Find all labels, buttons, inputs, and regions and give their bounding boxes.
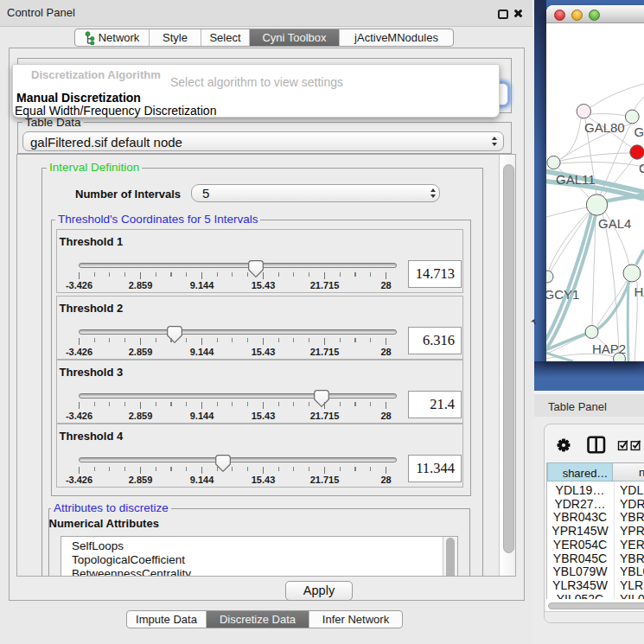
svg-text:GAL11: GAL11 (556, 172, 596, 187)
svg-text:CR: CR (639, 161, 644, 175)
svg-text:GAL4: GAL4 (598, 216, 631, 231)
svg-text:HAP2: HAP2 (592, 341, 626, 356)
svg-text:HA: HA (634, 284, 644, 299)
svg-text:GAL80: GAL80 (584, 120, 625, 135)
svg-text:GA: GA (634, 124, 644, 139)
svg-text:GCY1: GCY1 (546, 287, 579, 302)
